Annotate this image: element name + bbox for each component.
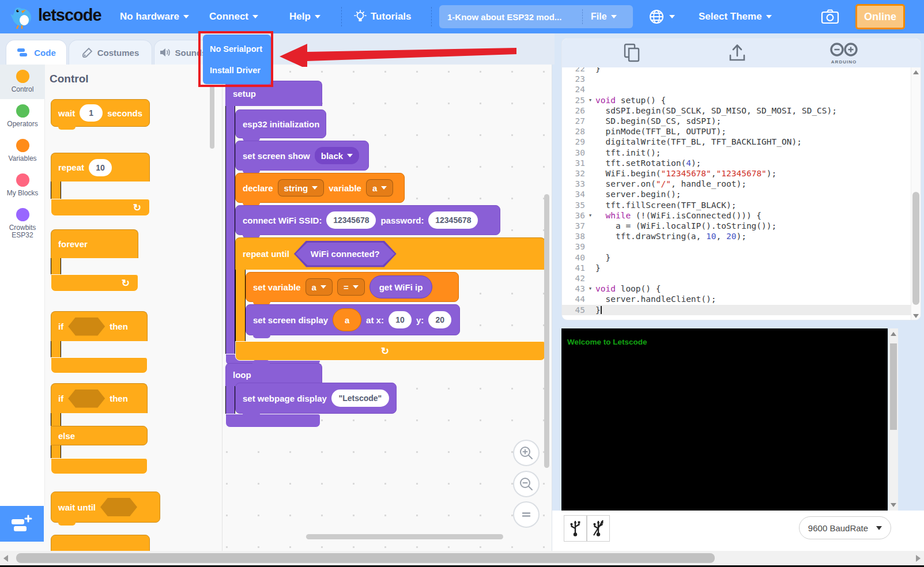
serial-console[interactable]: Welcome to Letscode xyxy=(561,328,888,511)
arduino-export-button[interactable]: ARDUINO xyxy=(827,42,861,65)
palette-block-if-else[interactable]: if then xyxy=(51,383,148,413)
palette-block-wait[interactable]: wait 1 seconds xyxy=(51,99,150,127)
usb-connect-button[interactable] xyxy=(564,515,587,542)
code-line[interactable]: 33 server.on("/", handle_root); xyxy=(562,179,912,189)
menu-file[interactable]: File xyxy=(582,9,625,24)
block-set-variable[interactable]: set variable a = get WiFi ip xyxy=(246,272,459,302)
project-name[interactable]: 1-Know about ESP32 mod... xyxy=(439,12,582,22)
usb-disconnect-button[interactable] xyxy=(587,515,610,542)
block-set-screen-show[interactable]: set screen show black xyxy=(235,141,369,171)
display-x-input[interactable]: 10 xyxy=(389,311,412,328)
get-wifi-ip-reporter[interactable]: get WiFi ip xyxy=(369,275,433,298)
condition-slot[interactable] xyxy=(68,317,105,336)
console-scrollbar-thumb[interactable] xyxy=(890,343,897,430)
language-selector[interactable] xyxy=(648,0,675,33)
page-scrollbar-thumb[interactable] xyxy=(16,553,715,563)
wifi-password-input[interactable]: 12345678 xyxy=(428,211,478,229)
code-editor[interactable]: 22}232425▾void setup() {26 sdSPI.begin(S… xyxy=(562,67,912,320)
display-variable-reporter[interactable]: a xyxy=(333,308,361,331)
screenshot-button[interactable] xyxy=(821,0,839,33)
code-line[interactable]: 26 sdSPI.begin(SD_SCLK, SD_MISO, SD_MOSI… xyxy=(562,105,912,116)
block-connect-wifi[interactable]: connect WiFi SSID: 12345678 password: 12… xyxy=(235,205,500,235)
code-line[interactable]: 36▾ while (!(WiFi.isConnected())) { xyxy=(562,210,912,221)
block-set-screen-display[interactable]: set screen display a at x: 10 y: 20 xyxy=(246,304,460,335)
code-line[interactable]: 38 tft.drawString(a, 10, 20); xyxy=(562,231,912,241)
set-variable-name-dropdown[interactable]: a xyxy=(306,278,333,296)
dropdown-item-install-driver[interactable]: Install Driver xyxy=(203,63,271,77)
copy-code-button[interactable] xyxy=(623,43,640,65)
repeat-value-input[interactable]: 10 xyxy=(89,159,112,176)
variable-name-dropdown[interactable]: a xyxy=(366,179,393,196)
code-line[interactable]: 27 SD.begin(SD_CS, sdSPI); xyxy=(562,116,912,126)
console-scrollbar[interactable] xyxy=(889,328,898,511)
declare-type-dropdown[interactable]: string xyxy=(278,179,325,196)
category-my-blocks[interactable]: My Blocks xyxy=(0,168,45,203)
block-repeat-until[interactable]: repeat until WiFi connected? xyxy=(235,237,545,270)
zoom-out-button[interactable] xyxy=(513,471,540,497)
scroll-left-arrow-icon[interactable] xyxy=(3,555,8,562)
add-extension-button[interactable] xyxy=(0,506,44,542)
dropdown-item-no-serialport[interactable]: No Serialport xyxy=(203,42,271,56)
code-line[interactable]: 41} xyxy=(562,263,912,273)
menu-select-theme[interactable]: Select Theme xyxy=(699,0,772,33)
condition-slot[interactable] xyxy=(100,498,137,516)
scroll-right-arrow-icon[interactable] xyxy=(916,555,921,562)
category-crowbits-esp32[interactable]: Crowbits ESP32 xyxy=(0,203,45,245)
zoom-reset-button[interactable] xyxy=(513,501,540,528)
palette-scrollbar[interactable] xyxy=(210,85,214,149)
code-line[interactable]: 22} xyxy=(562,67,912,74)
scroll-down-arrow-icon[interactable] xyxy=(891,503,896,507)
code-line[interactable]: 43▾void loop() { xyxy=(562,284,912,294)
category-variables[interactable]: Variables xyxy=(0,134,45,168)
menu-no-hardware[interactable]: No hardware xyxy=(120,0,189,33)
workspace-horizontal-scrollbar[interactable] xyxy=(306,534,503,539)
code-line[interactable]: 40 } xyxy=(562,252,912,263)
webpage-text-input[interactable]: "Letscode" xyxy=(331,390,389,407)
code-line[interactable]: 44 server.handleClient(); xyxy=(562,294,912,304)
block-setup[interactable]: setup xyxy=(225,81,322,106)
code-line[interactable]: 34 server.begin(); xyxy=(562,189,912,199)
palette-block-if-then[interactable]: if then xyxy=(51,311,148,341)
code-line[interactable]: 24 xyxy=(562,84,912,94)
menu-tutorials[interactable]: Tutorials xyxy=(354,0,412,33)
workspace-vertical-scrollbar[interactable] xyxy=(544,194,549,468)
display-y-input[interactable]: 20 xyxy=(428,311,451,328)
workspace-canvas[interactable]: setup esp32 initialization set screen sh… xyxy=(222,65,552,551)
baud-rate-select[interactable]: 9600 BaudRate xyxy=(799,516,891,539)
screen-color-dropdown[interactable]: black xyxy=(315,147,359,164)
zoom-in-button[interactable] xyxy=(513,440,540,466)
code-line[interactable]: 42 xyxy=(562,273,912,284)
condition-slot[interactable] xyxy=(68,390,105,408)
category-control[interactable]: Control xyxy=(0,65,45,99)
scroll-up-arrow-icon[interactable] xyxy=(913,70,919,74)
code-line[interactable]: 23 xyxy=(562,74,912,84)
palette-block-forever[interactable]: forever xyxy=(51,229,138,258)
code-line[interactable]: 39 xyxy=(562,241,912,252)
scroll-up-arrow-icon[interactable] xyxy=(891,332,896,336)
code-editor-scrollbar[interactable] xyxy=(911,67,921,320)
palette-block-partial[interactable] xyxy=(51,535,150,551)
wait-value-input[interactable]: 1 xyxy=(80,104,103,122)
block-esp32-initialization[interactable]: esp32 initialization xyxy=(235,109,326,138)
code-line[interactable]: 25▾void setup() { xyxy=(562,95,912,105)
code-line[interactable]: 31 tft.setRotation(4); xyxy=(562,158,912,168)
page-horizontal-scrollbar[interactable] xyxy=(0,551,924,565)
tab-code[interactable]: Code xyxy=(6,40,67,65)
code-line[interactable]: 32 WiFi.begin("12345678","12345678"); xyxy=(562,168,912,179)
wifi-connected-condition[interactable]: WiFi connected? xyxy=(294,241,397,267)
code-line[interactable]: 30 tft.init(); xyxy=(562,148,912,158)
code-line[interactable]: 45} xyxy=(562,305,912,315)
menu-help[interactable]: Help xyxy=(289,0,320,33)
code-line[interactable]: 28 pinMode(TFT_BL, OUTPUT); xyxy=(562,126,912,137)
palette-block-repeat[interactable]: repeat 10 xyxy=(51,153,150,182)
block-declare-variable[interactable]: declare string variable a xyxy=(235,173,405,203)
set-variable-operator-dropdown[interactable]: = xyxy=(337,278,365,296)
code-line[interactable]: 35 tft.fillScreen(TFT_BLACK); xyxy=(562,200,912,210)
palette-block-wait-until[interactable]: wait until xyxy=(51,492,160,523)
code-line[interactable]: 29 digitalWrite(TFT_BL, TFT_BACKLIGHT_ON… xyxy=(562,137,912,147)
online-button[interactable]: Online xyxy=(855,4,905,29)
menu-connect[interactable]: Connect xyxy=(209,0,258,33)
upload-code-button[interactable] xyxy=(728,43,746,65)
wifi-ssid-input[interactable]: 12345678 xyxy=(326,211,376,229)
code-line[interactable]: 37 a = (WiFi.localIP().toString()); xyxy=(562,221,912,231)
